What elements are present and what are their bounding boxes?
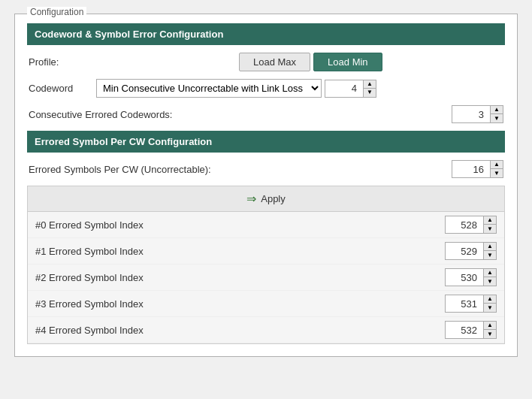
symbol-up-3[interactable]: ▲ <box>484 295 496 304</box>
codeword-dropdown[interactable]: Min Consecutive Uncorrectable with Link … <box>96 79 322 98</box>
profile-label: Profile: <box>29 56 194 68</box>
config-legend: Configuration <box>27 7 86 17</box>
symbol-index-label: #0 Errored Symbol Index <box>35 219 445 231</box>
symbol-index-label: #2 Errored Symbol Index <box>35 272 445 283</box>
errored-sym-spinner-buttons: ▲ ▼ <box>490 161 503 177</box>
codeword-spinner-value: 4 <box>325 80 363 96</box>
errored-sym-up-button[interactable]: ▲ <box>491 161 503 169</box>
symbol-spinner-4: 532▲▼ <box>445 321 497 339</box>
symbol-up-1[interactable]: ▲ <box>484 243 496 251</box>
consecutive-row: Consecutive Errored Codewords: 3 ▲ ▼ <box>27 105 505 123</box>
symbol-spinner-2: 530▲▼ <box>445 268 497 286</box>
section2-header: Errored Symbol Per CW Configuration <box>27 131 505 153</box>
apply-section: ⇒ Apply #0 Errored Symbol Index528▲▼#1 E… <box>27 186 505 344</box>
errored-sym-label: Errored Symbols Per CW (Uncorrectable): <box>29 164 254 175</box>
codeword-row: Codeword Min Consecutive Uncorrectable w… <box>27 79 505 98</box>
consecutive-up-button[interactable]: ▲ <box>491 106 503 114</box>
symbol-down-4[interactable]: ▼ <box>484 330 496 338</box>
list-item: #4 Errored Symbol Index532▲▼ <box>28 317 504 343</box>
symbol-down-3[interactable]: ▼ <box>484 304 496 312</box>
symbol-spinner-3: 531▲▼ <box>445 295 497 313</box>
load-max-button[interactable]: Load Max <box>239 53 310 71</box>
symbol-value-0: 528 <box>446 217 483 233</box>
consecutive-label: Consecutive Errored Codewords: <box>29 109 194 120</box>
section1-header: Codeword & Symbol Error Configuration <box>27 23 505 45</box>
list-item: #2 Errored Symbol Index530▲▼ <box>28 264 504 291</box>
list-item: #0 Errored Symbol Index528▲▼ <box>28 212 504 238</box>
symbol-up-2[interactable]: ▲ <box>484 269 496 277</box>
symbol-value-3: 531 <box>446 296 483 312</box>
symbol-index-label: #4 Errored Symbol Index <box>35 325 445 336</box>
consecutive-down-button[interactable]: ▼ <box>491 114 503 122</box>
symbol-spinner-1: 529▲▼ <box>445 242 497 260</box>
symbol-down-1[interactable]: ▼ <box>484 251 496 259</box>
load-min-button[interactable]: Load Min <box>313 53 382 71</box>
symbol-list[interactable]: #0 Errored Symbol Index528▲▼#1 Errored S… <box>28 212 504 343</box>
config-container: Configuration Codeword & Symbol Error Co… <box>14 14 518 357</box>
symbol-value-1: 529 <box>446 243 483 259</box>
apply-label[interactable]: Apply <box>261 193 286 204</box>
errored-sym-value: 16 <box>452 162 490 177</box>
consecutive-spinner: 3 ▲ ▼ <box>452 105 503 123</box>
apply-bar: ⇒ Apply <box>28 186 504 212</box>
profile-buttons: Load Max Load Min <box>239 53 382 71</box>
apply-arrow-icon: ⇒ <box>246 192 256 206</box>
symbol-value-2: 530 <box>446 270 483 286</box>
symbol-index-label: #1 Errored Symbol Index <box>35 246 445 257</box>
codeword-down-button[interactable]: ▼ <box>364 89 376 97</box>
consecutive-spinner-buttons: ▲ ▼ <box>490 106 503 122</box>
symbol-spinner-0: 528▲▼ <box>445 216 497 234</box>
list-item: #1 Errored Symbol Index529▲▼ <box>28 238 504 264</box>
codeword-label: Codeword <box>29 83 96 94</box>
symbol-index-label: #3 Errored Symbol Index <box>35 298 445 310</box>
symbol-down-0[interactable]: ▼ <box>484 225 496 233</box>
symbol-up-4[interactable]: ▲ <box>484 322 496 330</box>
consecutive-value: 3 <box>452 107 490 122</box>
errored-sym-row: Errored Symbols Per CW (Uncorrectable): … <box>27 160 505 178</box>
codeword-spinner: 4 ▲ ▼ <box>325 80 376 98</box>
codeword-spinner-buttons: ▲ ▼ <box>363 80 376 97</box>
errored-sym-down-button[interactable]: ▼ <box>491 169 503 177</box>
symbol-value-4: 532 <box>446 322 483 338</box>
codeword-up-button[interactable]: ▲ <box>364 80 376 89</box>
list-item: #3 Errored Symbol Index531▲▼ <box>28 291 504 317</box>
profile-row: Profile: Load Max Load Min <box>27 53 505 71</box>
errored-sym-spinner: 16 ▲ ▼ <box>452 160 503 178</box>
symbol-down-2[interactable]: ▼ <box>484 277 496 286</box>
symbol-up-0[interactable]: ▲ <box>484 216 496 225</box>
